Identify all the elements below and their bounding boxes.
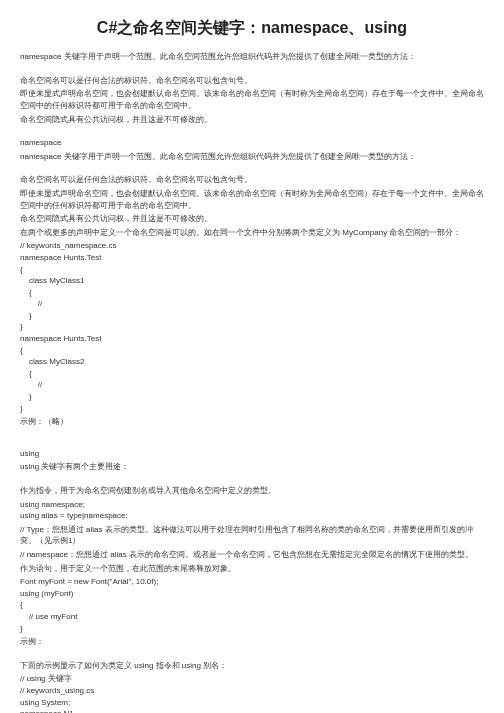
code-line: } <box>20 403 484 415</box>
paragraph: 命名空间隐式具有公共访问权，并且这是不可修改的。 <box>20 213 484 225</box>
code-line: { <box>20 287 484 299</box>
code-line: { <box>20 599 484 611</box>
document: C#之命名空间关键字：namespace、using namespace 关键字… <box>0 0 504 713</box>
paragraph: 命名空间名可以是任何合法的标识符。命名空间名可以包含句号。 <box>20 75 484 87</box>
code-line: using System; <box>20 697 484 709</box>
code-line: // keywords_namespace.cs <box>20 240 484 252</box>
example-label: 示例：（略） <box>20 416 484 428</box>
code-block-3: Font myFont = new Font("Arial", 10.0f); … <box>20 576 484 634</box>
section-header: namespace <box>20 137 484 149</box>
comment-line: // Type：您想通过 alias 表示的类型。这种做法可以用于处理在同时引用… <box>20 524 484 547</box>
paragraph: 即使未显式声明命名空间，也会创建默认命名空间。该未命名的命名空间（有时称为全局命… <box>20 88 484 111</box>
code-line: // <box>20 379 484 391</box>
code-line: class MyClass1 <box>20 275 484 287</box>
code-line: // use myFont <box>20 611 484 623</box>
code-block-1: // keywords_namespace.cs namespace Hunts… <box>20 240 484 414</box>
code-line: { <box>20 345 484 357</box>
comment-line: // namespace：您想通过 alias 表示的命名空间。或者是一个命名空… <box>20 549 484 561</box>
example-label: 示例： <box>20 636 484 648</box>
code-line: using namespace; <box>20 499 484 511</box>
paragraph: 命名空间名可以是任何合法的标识符。命名空间名可以包含句号。 <box>20 174 484 186</box>
code-block-2: using namespace; using alias = type|name… <box>20 499 484 522</box>
code-line: } <box>20 310 484 322</box>
page-title: C#之命名空间关键字：namespace、using <box>20 16 484 39</box>
code-line: // <box>20 298 484 310</box>
code-line: namespace Hunts.Test <box>20 333 484 345</box>
paragraph: 作为语句，用于定义一个范围，在此范围的末尾将释放对象。 <box>20 563 484 575</box>
code-line: } <box>20 321 484 333</box>
code-line: { <box>20 264 484 276</box>
code-line: class MyClass2 <box>20 356 484 368</box>
code-line: } <box>20 391 484 403</box>
code-line: { <box>20 368 484 380</box>
code-line: using alias = type|namespace; <box>20 510 484 522</box>
section-header: using <box>20 448 484 460</box>
code-line: namespace N1 <box>20 708 484 713</box>
code-block-4: // using 关键字 // keywords_using.cs using … <box>20 673 484 713</box>
paragraph: 在两个或更多的声明中定义一个命名空间是可以的。如在同一个文件中分别将两个类定义为… <box>20 227 484 239</box>
code-line: namespace Hunts.Test <box>20 252 484 264</box>
code-line: using (myFont) <box>20 588 484 600</box>
paragraph: 作为指令，用于为命名空间创建别名或导入其他命名空间中定义的类型。 <box>20 485 484 497</box>
paragraph: namespace 关键字用于声明一个范围。此命名空间范围允许您组织代码并为您提… <box>20 151 484 163</box>
code-line: Font myFont = new Font("Arial", 10.0f); <box>20 576 484 588</box>
code-line: } <box>20 623 484 635</box>
paragraph: namespace 关键字用于声明一个范围。此命名空间范围允许您组织代码并为您提… <box>20 51 484 63</box>
paragraph: using 关键字有两个主要用途： <box>20 461 484 473</box>
paragraph: 命名空间隐式具有公共访问权，并且这是不可修改的。 <box>20 114 484 126</box>
code-line: // using 关键字 <box>20 673 484 685</box>
paragraph: 即使未显式声明命名空间，也会创建默认命名空间。该未命名的命名空间（有时称为全局命… <box>20 188 484 211</box>
paragraph: 下面的示例显示了如何为类定义 using 指令和 using 别名： <box>20 660 484 672</box>
code-line: // keywords_using.cs <box>20 685 484 697</box>
